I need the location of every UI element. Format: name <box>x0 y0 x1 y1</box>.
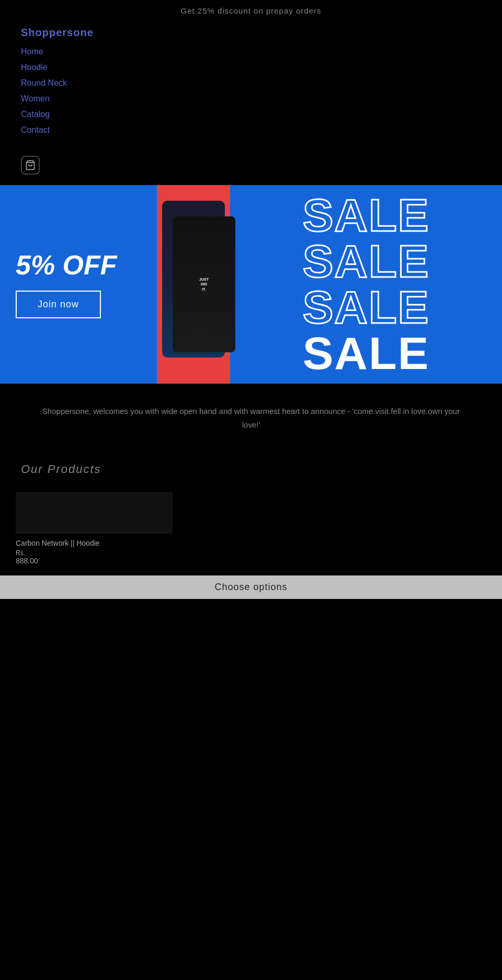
products-heading-text: Our Products <box>21 463 481 476</box>
cart-button[interactable] <box>21 156 40 175</box>
welcome-section: Shoppersone, welcomes you with wide open… <box>0 384 502 452</box>
announcement-text: Get 25% discount on prepay orders <box>181 6 322 15</box>
hero-left-panel: 5% OFF Join now <box>0 185 157 384</box>
hoodie-image-1: ⚡ JUSTDIDIT. <box>162 201 225 358</box>
welcome-text: Shoppersone, welcomes you with wide open… <box>42 405 460 431</box>
brand-logo[interactable]: Shoppersone <box>21 27 481 39</box>
shopping-bag-icon <box>25 160 36 170</box>
product-price-value: 888.00 <box>16 557 173 565</box>
product-name: Carbon Network || Hoodie <box>16 539 173 547</box>
nav-round-neck[interactable]: Round Neck <box>21 78 481 88</box>
sale-word-3: SALE <box>303 284 430 330</box>
hero-right-panel: SALE SALE SALE SALE <box>230 185 502 384</box>
nav-home[interactable]: Home <box>21 47 481 56</box>
product-price-label: Rs. <box>16 549 173 557</box>
sale-word-2: SALE <box>303 238 430 284</box>
choose-options-text: Choose options <box>214 582 287 592</box>
nav-hoodie[interactable]: Hoodie <box>21 63 481 72</box>
hero-center-panel: ⚡ JUSTDIDIT. <box>157 185 230 384</box>
bottom-section <box>0 599 502 980</box>
nav-cart-area <box>21 156 481 175</box>
announcement-bar: Get 25% discount on prepay orders <box>0 0 502 21</box>
just-did-it-label: JUSTDIDIT. <box>199 277 209 291</box>
nav-contact[interactable]: Contact <box>21 125 481 135</box>
sale-word-1: SALE <box>303 192 430 238</box>
hero-banner: 5% OFF Join now ⚡ JUSTDIDIT. SALE SALE S… <box>0 185 502 384</box>
sale-text-stack: SALE SALE SALE SALE <box>303 192 430 376</box>
sale-word-4: SALE <box>303 330 430 376</box>
nav-links: Home Hoodie Round Neck Women Catalog Con… <box>21 47 481 135</box>
hero-discount-text: 5% OFF <box>16 250 117 280</box>
product-image <box>16 492 173 534</box>
navigation: Shoppersone Home Hoodie Round Neck Women… <box>0 21 502 185</box>
nav-women[interactable]: Women <box>21 94 481 103</box>
nav-catalog[interactable]: Catalog <box>21 110 481 119</box>
choose-options-bar[interactable]: Choose options <box>0 575 502 599</box>
products-heading-section: Our Products <box>0 452 502 481</box>
product-card: Carbon Network || Hoodie Rs. 888.00 <box>16 492 173 565</box>
products-section: Carbon Network || Hoodie Rs. 888.00 <box>0 481 502 575</box>
join-now-button[interactable]: Join now <box>16 291 101 318</box>
hoodie-image-2: JUSTDIDIT. <box>173 216 235 352</box>
